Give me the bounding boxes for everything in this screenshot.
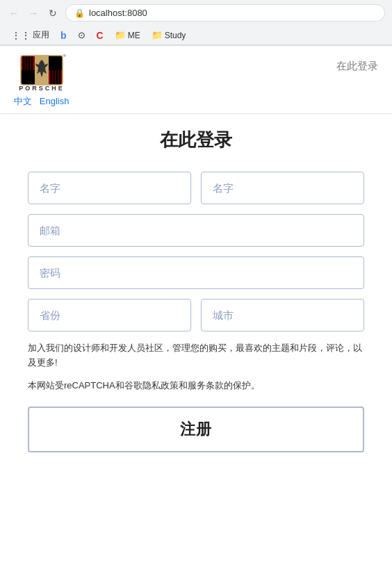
page: PORSCHE ® 中文 English 在此登录 在此登录 (0, 46, 392, 473)
registration-form: 加入我们的设计师和开发人员社区，管理您的购买，最喜欢的主题和片段，评论，以及更多… (28, 172, 364, 452)
bookmark-me-label: ME (128, 31, 140, 40)
bookmark-bing[interactable]: b (56, 28, 71, 42)
lang-links: 中文 English (14, 95, 69, 108)
first-name-input[interactable] (28, 172, 191, 204)
email-input[interactable] (28, 214, 364, 247)
bookmark-codepen[interactable]: C (92, 28, 108, 42)
password-group (28, 256, 364, 289)
back-button[interactable]: ← (7, 6, 21, 20)
city-input[interactable] (201, 299, 364, 331)
browser-chrome: ← → ↻ 🔒 localhost:8080 ⋮⋮ 应用 b ⊙ C 📁 ME … (0, 0, 392, 46)
apps-label: 应用 (33, 29, 49, 41)
header-login-link[interactable]: 在此登录 (336, 60, 378, 73)
city-group (201, 299, 364, 331)
svg-text:PORSCHE: PORSCHE (19, 85, 65, 92)
address-bar[interactable]: 🔒 localhost:8080 (65, 4, 385, 22)
browser-toolbar: ← → ↻ 🔒 localhost:8080 (0, 0, 392, 26)
password-row (28, 256, 364, 289)
forward-button[interactable]: → (26, 6, 40, 20)
svg-text:®: ® (63, 54, 66, 58)
password-input[interactable] (28, 256, 364, 289)
bing-icon: b (60, 30, 67, 41)
email-group (28, 214, 364, 247)
apps-grid-icon: ⋮⋮ (11, 30, 31, 41)
refresh-button[interactable]: ↻ (46, 6, 60, 20)
github-icon: ⊙ (78, 30, 85, 40)
folder-study-icon: 📁 (152, 30, 163, 40)
lang-zh-link[interactable]: 中文 (14, 96, 32, 106)
lock-icon: 🔒 (74, 8, 85, 18)
community-description: 加入我们的设计师和开发人员社区，管理您的购买，最喜欢的主题和片段，评论，以及更多… (28, 341, 364, 370)
lang-en-link[interactable]: English (40, 96, 70, 106)
province-input[interactable] (28, 299, 191, 331)
svg-rect-3 (21, 70, 35, 85)
province-group (28, 299, 191, 331)
last-name-group (201, 172, 364, 204)
bookmark-me[interactable]: 📁 ME (111, 28, 145, 42)
last-name-input[interactable] (201, 172, 364, 204)
folder-me-icon: 📁 (115, 30, 126, 40)
codepen-icon: C (97, 30, 104, 41)
location-row (28, 299, 364, 331)
bookmarks-bar: ⋮⋮ 应用 b ⊙ C 📁 ME 📁 Study (0, 26, 392, 45)
page-title: 在此登录 (28, 128, 364, 152)
bookmark-study[interactable]: 📁 Study (147, 28, 190, 42)
bookmark-github[interactable]: ⊙ (74, 28, 90, 42)
name-row (28, 172, 364, 204)
logo-area: PORSCHE ® 中文 English (14, 54, 69, 108)
main-content: 在此登录 (0, 114, 392, 473)
svg-rect-8 (49, 56, 63, 70)
submit-button[interactable]: 注册 (28, 407, 364, 452)
page-header: PORSCHE ® 中文 English 在此登录 (0, 46, 392, 114)
bookmark-apps[interactable]: ⋮⋮ 应用 (7, 28, 54, 42)
recaptcha-notice: 本网站受reCAPTCHA和谷歌隐私政策和服务条款的保护。 (28, 379, 364, 393)
email-row (28, 214, 364, 247)
porsche-logo: PORSCHE ® (17, 54, 66, 92)
first-name-group (28, 172, 191, 204)
bookmark-study-label: Study (165, 31, 186, 40)
url-text: localhost:8080 (89, 8, 147, 18)
